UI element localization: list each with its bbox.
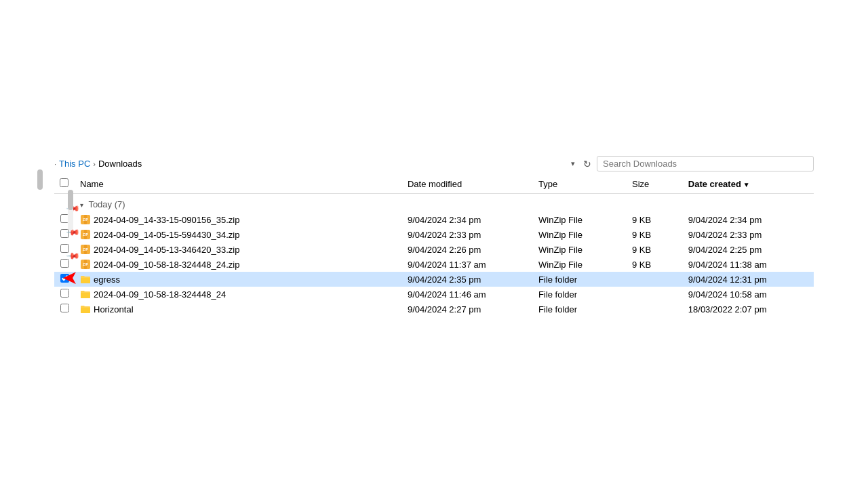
size-cell (627, 302, 683, 317)
group-header: ▾ Today (7) (54, 194, 814, 213)
size-cell (627, 272, 683, 287)
row-checkbox-cell[interactable] (54, 302, 75, 317)
table-row[interactable]: ZIP 2024-04-09_14-33-15-090156_35.zip 9/… (54, 212, 814, 227)
address-controls: ▾ ↻ (568, 156, 814, 171)
dropdown-button[interactable]: ▾ (568, 158, 578, 169)
date-modified-cell: 9/04/2024 2:26 pm (402, 242, 533, 257)
type-cell: WinZip File (533, 257, 627, 272)
size-cell (627, 287, 683, 302)
row-checkbox[interactable] (60, 289, 69, 298)
col-header-name[interactable]: Name (75, 174, 402, 194)
type-cell: WinZip File (533, 227, 627, 242)
file-name: 2024-04-09_14-05-13-346420_33.zip (94, 245, 239, 255)
breadcrumb: · This PC › Downloads (54, 159, 142, 169)
svg-text:ZIP: ZIP (83, 262, 88, 266)
col-header-type[interactable]: Type (533, 174, 627, 194)
table-row[interactable]: ZIP 2024-04-09_14-05-15-594430_34.zip 9/… (54, 227, 814, 242)
file-name-cell[interactable]: egress (75, 272, 402, 287)
folder-icon (80, 274, 91, 285)
col-header-date-created[interactable]: Date created▼ (683, 174, 814, 194)
file-list-body: ▾ Today (7) ZIP 2024-04-09_14-33-15-0901… (54, 194, 814, 317)
file-name: 2024-04-09_10-58-18-324448_24.zip (94, 260, 239, 270)
type-cell: WinZip File (533, 242, 627, 257)
file-name: 2024-04-09_14-33-15-090156_35.zip (94, 215, 239, 225)
file-name: 2024-04-09_14-05-15-594430_34.zip (94, 230, 239, 240)
size-cell: 9 KB (627, 257, 683, 272)
date-modified-cell: 9/04/2024 2:35 pm (402, 272, 533, 287)
address-bar: · This PC › Downloads ▾ ↻ (54, 156, 814, 171)
zip-icon: ZIP (80, 244, 91, 255)
table-row[interactable]: 2024-04-09_10-58-18-324448_24 9/04/2024 … (54, 287, 814, 302)
file-name-cell[interactable]: ZIP 2024-04-09_14-05-15-594430_34.zip (75, 227, 402, 242)
search-input[interactable] (597, 156, 814, 171)
date-modified-cell: 9/04/2024 2:27 pm (402, 302, 533, 317)
breadcrumb-dot: · (54, 160, 56, 168)
type-cell: File folder (533, 302, 627, 317)
group-count: (7) (115, 199, 125, 209)
table-row[interactable]: ZIP 2024-04-09_14-05-13-346420_33.zip 9/… (54, 242, 814, 257)
svg-text:ZIP: ZIP (83, 218, 88, 222)
refresh-button[interactable]: ↻ (580, 157, 594, 171)
type-cell: File folder (533, 272, 627, 287)
size-cell: 9 KB (627, 212, 683, 227)
date-created-cell: 9/04/2024 12:31 pm (683, 272, 814, 287)
table-row[interactable]: Horizontal 9/04/2024 2:27 pm File folder… (54, 302, 814, 317)
row-checkbox[interactable] (60, 274, 69, 283)
breadcrumb-sep1: › (93, 160, 96, 168)
date-modified-cell: 9/04/2024 11:37 am (402, 257, 533, 272)
folder-icon (80, 289, 91, 300)
file-name: egress (94, 274, 120, 285)
date-created-cell: 9/04/2024 2:34 pm (683, 212, 814, 227)
date-modified-cell: 9/04/2024 11:46 am (402, 287, 533, 302)
zip-icon: ZIP (80, 259, 91, 270)
column-headers: Name Date modified Type Size Date create… (54, 174, 814, 194)
date-modified-cell: 9/04/2024 2:34 pm (402, 212, 533, 227)
left-scrollbar-thumb[interactable] (68, 190, 73, 210)
file-name-cell[interactable]: ZIP 2024-04-09_14-33-15-090156_35.zip (75, 212, 402, 227)
file-name-cell[interactable]: 2024-04-09_10-58-18-324448_24 (75, 287, 402, 302)
breadcrumb-this-pc[interactable]: This PC (59, 159, 90, 169)
folder-icon (80, 304, 91, 314)
file-name-cell[interactable]: ZIP 2024-04-09_10-58-18-324448_24.zip (75, 257, 402, 272)
type-cell: WinZip File (533, 212, 627, 227)
sort-arrow: ▼ (743, 181, 750, 188)
row-checkbox[interactable] (60, 304, 69, 312)
zip-icon: ZIP (80, 229, 91, 240)
size-cell: 9 KB (627, 242, 683, 257)
date-created-cell: 9/04/2024 2:33 pm (683, 227, 814, 242)
date-created-cell: 9/04/2024 11:38 am (683, 257, 814, 272)
svg-text:ZIP: ZIP (83, 232, 88, 237)
file-list: Name Date modified Type Size Date create… (54, 174, 814, 317)
left-scrollbar-track[interactable] (68, 190, 73, 230)
scrollbar-thumb[interactable] (37, 169, 43, 190)
file-name: Horizontal (94, 304, 134, 314)
date-modified-cell: 9/04/2024 2:33 pm (402, 227, 533, 242)
select-all-checkbox[interactable] (60, 178, 68, 187)
file-name-cell[interactable]: Horizontal (75, 302, 402, 317)
date-created-cell: 9/04/2024 2:25 pm (683, 242, 814, 257)
type-cell: File folder (533, 287, 627, 302)
date-created-cell: 18/03/2022 2:07 pm (683, 302, 814, 317)
col-header-date-modified[interactable]: Date modified (402, 174, 533, 194)
file-name-cell[interactable]: ZIP 2024-04-09_14-05-13-346420_33.zip (75, 242, 402, 257)
row-checkbox-cell[interactable] (54, 272, 75, 287)
zip-icon: ZIP (80, 214, 91, 225)
svg-text:ZIP: ZIP (83, 247, 88, 251)
breadcrumb-downloads[interactable]: Downloads (98, 159, 142, 169)
group-label: Today (88, 199, 112, 209)
row-checkbox-cell[interactable] (54, 287, 75, 302)
table-row[interactable]: egress 9/04/2024 2:35 pm File folder 9/0… (54, 272, 814, 287)
date-created-cell: 9/04/2024 10:58 am (683, 287, 814, 302)
size-cell: 9 KB (627, 227, 683, 242)
col-header-size[interactable]: Size (627, 174, 683, 194)
table-row[interactable]: ZIP 2024-04-09_10-58-18-324448_24.zip 9/… (54, 257, 814, 272)
collapse-icon[interactable]: ▾ (80, 201, 83, 209)
file-name: 2024-04-09_10-58-18-324448_24 (94, 289, 226, 300)
